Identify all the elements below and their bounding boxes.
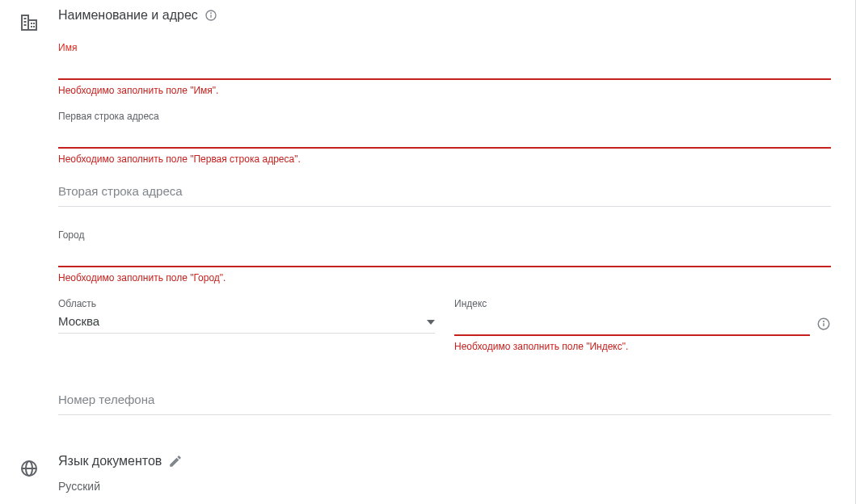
region-postal-row: Область Москва Индекс: [58, 298, 831, 367]
edit-icon[interactable]: [168, 454, 183, 468]
svg-rect-5: [31, 23, 32, 24]
postal-field-wrap: Индекс Необходимо заполнить поле "Индекс…: [454, 298, 831, 352]
city-input[interactable]: [58, 242, 831, 267]
globe-icon: [19, 459, 39, 478]
svg-rect-2: [24, 18, 27, 19]
chevron-down-icon: [427, 318, 435, 326]
city-field-wrap: Город Необходимо заполнить поле "Город".: [58, 229, 831, 284]
phone-input[interactable]: Номер телефона: [58, 388, 831, 415]
name-label: Имя: [58, 42, 831, 53]
doc-language-section: Язык документов Русский: [0, 454, 831, 493]
info-icon[interactable]: [816, 317, 831, 331]
postal-input[interactable]: [454, 311, 810, 336]
address1-label: Первая строка адреса: [58, 111, 831, 122]
region-label: Область: [58, 298, 435, 309]
region-select[interactable]: Москва: [58, 311, 435, 334]
name-address-title-text: Наименование и адрес: [58, 8, 198, 23]
svg-point-11: [210, 13, 211, 14]
city-error: Необходимо заполнить поле "Город".: [58, 272, 831, 284]
postal-error: Необходимо заполнить поле "Индекс".: [454, 341, 831, 352]
doc-language-value: Русский: [58, 480, 831, 493]
svg-rect-6: [33, 23, 35, 24]
name-field-wrap: Имя Необходимо заполнить поле "Имя".: [58, 42, 831, 96]
address1-field-wrap: Первая строка адреса Необходимо заполнит…: [58, 111, 831, 165]
svg-rect-7: [31, 26, 32, 27]
address2-field-wrap: Вторая строка адреса: [58, 179, 831, 207]
address2-input[interactable]: Вторая строка адреса: [58, 179, 831, 207]
doc-language-title: Язык документов: [58, 454, 831, 468]
postal-label: Индекс: [454, 298, 831, 309]
svg-rect-4: [24, 24, 27, 26]
info-icon[interactable]: [205, 9, 217, 22]
svg-rect-3: [24, 21, 27, 23]
building-icon: [19, 13, 39, 32]
phone-field-wrap: Номер телефона: [58, 388, 831, 415]
city-label: Город: [58, 229, 831, 241]
address1-input[interactable]: [58, 124, 831, 149]
svg-point-14: [824, 321, 824, 321]
svg-rect-8: [33, 26, 35, 27]
address1-error: Необходимо заполнить поле "Первая строка…: [58, 153, 831, 165]
doc-language-title-text: Язык документов: [58, 454, 162, 468]
name-address-title: Наименование и адрес: [58, 8, 831, 23]
name-address-section: Наименование и адрес Имя Необходимо запо…: [0, 8, 831, 430]
name-input[interactable]: [58, 55, 831, 80]
region-field-wrap: Область Москва: [58, 298, 435, 352]
region-value: Москва: [58, 311, 427, 333]
name-error: Необходимо заполнить поле "Имя".: [58, 85, 831, 96]
